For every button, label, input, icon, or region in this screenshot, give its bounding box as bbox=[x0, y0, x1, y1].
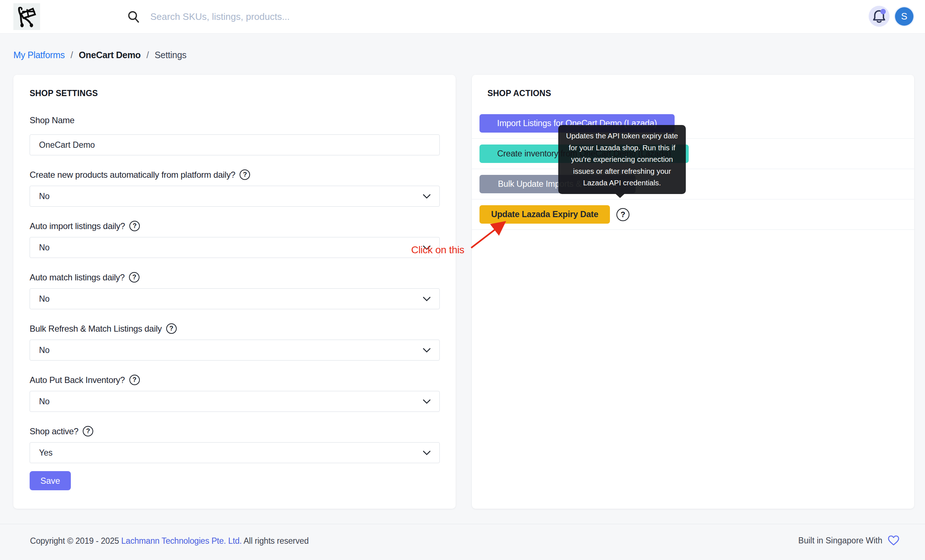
field-label: Auto Put Back Inventory? bbox=[30, 375, 125, 385]
auto-match-daily-select[interactable]: No bbox=[30, 288, 440, 309]
field-label: Bulk Refresh & Match Listings daily bbox=[30, 324, 162, 334]
field-label: Create new products automatically from p… bbox=[30, 170, 235, 180]
chevron-down-icon bbox=[423, 348, 431, 352]
action-row-import-listings: Import Listings for OneCart Demo (Lazada… bbox=[472, 108, 914, 139]
annotation-click-on-this: Click on this bbox=[411, 244, 464, 256]
auto-put-back-select[interactable]: No bbox=[30, 391, 440, 412]
search-input[interactable] bbox=[150, 11, 403, 23]
built-in-singapore: Built in Singapore With bbox=[798, 535, 900, 546]
user-avatar[interactable]: S bbox=[895, 7, 913, 26]
auto-import-daily-select[interactable]: No bbox=[30, 237, 440, 258]
bell-icon bbox=[872, 8, 886, 24]
bulk-refresh-match-select[interactable]: No bbox=[30, 340, 440, 361]
breadcrumb-separator: / bbox=[71, 50, 73, 60]
field-bulk-refresh-match: Bulk Refresh & Match Listings daily ? No bbox=[30, 324, 440, 361]
chevron-down-icon bbox=[423, 399, 431, 404]
breadcrumb-shop-name: OneCart Demo bbox=[79, 50, 140, 60]
select-value: Yes bbox=[39, 448, 53, 458]
shop-actions-list: Import Listings for OneCart Demo (Lazada… bbox=[472, 108, 914, 230]
action-row-update-expiry: Update Lazada Expiry Date ? bbox=[472, 199, 914, 230]
help-icon[interactable]: ? bbox=[129, 272, 140, 283]
breadcrumb-my-platforms[interactable]: My Platforms bbox=[14, 50, 65, 60]
copyright-suffix: All rights reserved bbox=[242, 536, 309, 545]
built-text: Built in Singapore With bbox=[798, 536, 882, 545]
shop-settings-card: SHOP SETTINGS Shop Name Create new produ… bbox=[14, 75, 456, 509]
action-row-bulk-update: Bulk Update Imports & Rematch bbox=[472, 169, 914, 199]
create-products-daily-select[interactable]: No bbox=[30, 186, 440, 207]
field-label: Auto import listings daily? bbox=[30, 221, 125, 231]
shop-actions-card: SHOP ACTIONS Import Listings for OneCart… bbox=[472, 75, 914, 509]
breadcrumb: My Platforms / OneCart Demo / Settings bbox=[14, 50, 187, 60]
select-value: No bbox=[39, 294, 50, 304]
field-label: Auto match listings daily? bbox=[30, 272, 125, 283]
chevron-down-icon bbox=[423, 450, 431, 455]
shop-active-select[interactable]: Yes bbox=[30, 442, 440, 463]
field-auto-import-daily: Auto import listings daily? ? No bbox=[30, 221, 440, 258]
search-icon bbox=[127, 11, 140, 24]
help-icon[interactable]: ? bbox=[130, 221, 140, 231]
cart-logo-icon bbox=[16, 6, 37, 27]
breadcrumb-separator: / bbox=[146, 50, 149, 60]
select-value: No bbox=[39, 243, 50, 253]
chevron-down-icon bbox=[423, 297, 431, 301]
field-auto-put-back: Auto Put Back Inventory? ? No bbox=[30, 375, 440, 412]
footer: Copyright © 2019 - 2025 Lachmann Technol… bbox=[0, 524, 925, 560]
shop-name-input[interactable] bbox=[30, 134, 440, 155]
select-value: No bbox=[39, 345, 50, 355]
copyright-text: Copyright © 2019 - 2025 Lachmann Technol… bbox=[30, 536, 309, 546]
save-button[interactable]: Save bbox=[30, 471, 71, 490]
breadcrumb-settings: Settings bbox=[155, 50, 187, 60]
help-icon[interactable]: ? bbox=[166, 324, 177, 334]
help-icon[interactable]: ? bbox=[83, 426, 93, 437]
global-search bbox=[127, 0, 403, 34]
company-link[interactable]: Lachmann Technologies Pte. Ltd. bbox=[121, 536, 242, 545]
heart-icon bbox=[887, 535, 900, 546]
app-logo[interactable] bbox=[14, 3, 40, 30]
app-header: S bbox=[0, 0, 925, 34]
action-row-create-inventory: Create inventory from OneCart Demo (Laza… bbox=[472, 139, 914, 169]
annotation-arrow bbox=[467, 218, 510, 251]
shop-actions-title: SHOP ACTIONS bbox=[487, 89, 914, 98]
field-create-products-daily: Create new products automatically from p… bbox=[30, 169, 440, 207]
field-shop-active: Shop active? ? Yes bbox=[30, 426, 440, 463]
help-icon[interactable]: ? bbox=[616, 208, 630, 221]
shop-settings-title: SHOP SETTINGS bbox=[30, 89, 440, 98]
expiry-help-tooltip: Updates the API token expiry date for yo… bbox=[558, 125, 686, 194]
copyright-prefix: Copyright © 2019 - 2025 bbox=[30, 536, 121, 545]
field-auto-match-daily: Auto match listings daily? ? No bbox=[30, 272, 440, 309]
notifications-button[interactable] bbox=[869, 6, 890, 27]
shop-name-label: Shop Name bbox=[30, 115, 440, 125]
field-label: Shop active? bbox=[30, 426, 78, 437]
help-icon[interactable]: ? bbox=[130, 375, 140, 385]
select-value: No bbox=[39, 397, 50, 406]
help-icon[interactable]: ? bbox=[240, 169, 250, 180]
select-value: No bbox=[39, 191, 50, 201]
chevron-down-icon bbox=[423, 194, 431, 199]
